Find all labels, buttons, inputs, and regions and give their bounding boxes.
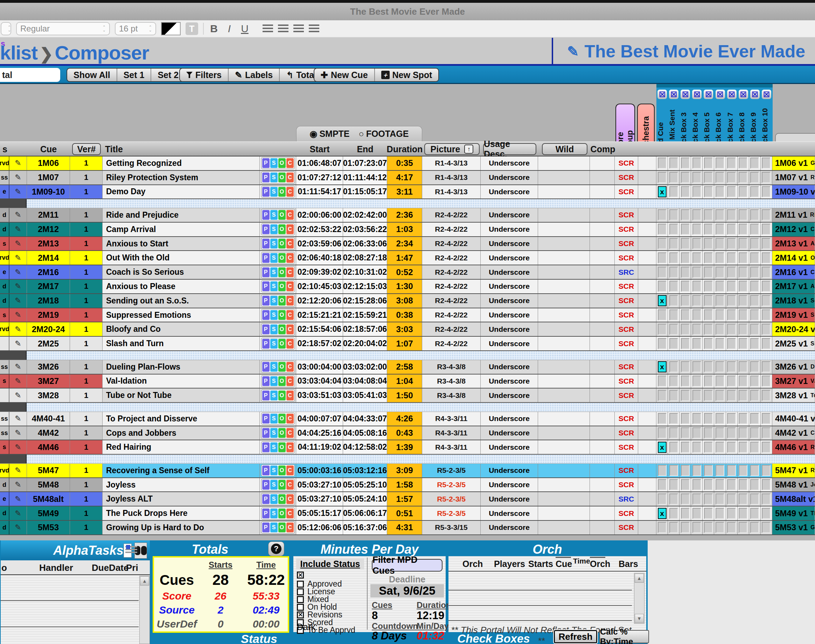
row-checkbox[interactable] [715, 267, 724, 278]
row-checkbox[interactable] [762, 376, 770, 387]
row-checkbox[interactable] [750, 413, 759, 424]
cue-version-cell[interactable]: 5M53 v1G [772, 521, 815, 534]
row-checkbox[interactable] [715, 465, 724, 476]
checkbox-cell[interactable] [703, 251, 714, 265]
cue-cell[interactable]: 5M48 [27, 478, 70, 492]
psoc-s-button[interactable]: S [270, 466, 278, 475]
version-cell[interactable]: 1 [70, 478, 103, 492]
version-cell[interactable]: 1 [70, 237, 103, 251]
row-checkbox[interactable] [658, 479, 666, 490]
checkbox-cell[interactable] [761, 374, 772, 388]
score-group-cell[interactable]: SRC [615, 492, 638, 506]
start-cell[interactable]: 04:11:19:02 [296, 440, 343, 454]
usage-cell[interactable]: Underscore [481, 337, 538, 350]
psoc-o-button[interactable]: O [278, 158, 285, 168]
orchestra-cell[interactable] [638, 308, 656, 322]
col-start[interactable]: Start [296, 142, 343, 157]
picture-cell[interactable]: R2-4-2/22 [422, 208, 481, 222]
row-checkbox[interactable] [762, 158, 770, 169]
row-checkbox[interactable] [762, 413, 770, 424]
checkbox-cell[interactable] [761, 388, 772, 402]
checkbox-cell[interactable] [749, 208, 761, 222]
end-cell[interactable]: 01:15:05:17 [343, 185, 387, 199]
psoc-c-button[interactable]: C [286, 224, 294, 234]
score-group-cell[interactable]: SCR [615, 440, 638, 454]
psoc-o-button[interactable]: O [278, 494, 285, 504]
title-cell[interactable]: Slash and Turn [103, 337, 260, 350]
row-checkbox[interactable] [704, 295, 713, 306]
checkbox-cell[interactable] [714, 426, 726, 440]
row-checkbox[interactable] [727, 508, 736, 519]
version-cell[interactable]: 1 [70, 360, 103, 374]
checkbox-cell[interactable] [703, 478, 714, 492]
psoc-s-button[interactable]: S [270, 267, 278, 277]
version-cell[interactable]: 1 [70, 280, 103, 293]
usage-cell[interactable]: Underscore [481, 388, 538, 402]
checkbox-cell[interactable] [714, 412, 726, 426]
checkbox-cell[interactable] [680, 171, 691, 184]
checkbox-cell[interactable] [714, 478, 726, 492]
cue-version-cell[interactable]: 1M07 v1Ri [772, 171, 815, 184]
underline-button[interactable]: U [239, 23, 250, 35]
wild-cell[interactable] [538, 294, 590, 308]
row-checkbox[interactable] [727, 465, 736, 476]
edit-pencil-icon[interactable]: ✎ [9, 521, 27, 534]
cue-version-cell[interactable]: 3M27 v1Va [772, 374, 815, 388]
checkbox-cell[interactable] [691, 208, 703, 222]
row-checkbox[interactable] [762, 442, 770, 453]
picture-cell[interactable]: R2-4-2/22 [422, 251, 481, 265]
row-checkbox[interactable] [681, 522, 690, 533]
psoc-s-button[interactable]: S [270, 509, 278, 518]
end-cell[interactable]: 05:05:25:10 [343, 478, 387, 492]
comp-cell[interactable] [590, 521, 615, 534]
checkbox-cell[interactable] [691, 337, 703, 350]
row-checkbox[interactable] [692, 361, 701, 373]
start-cell[interactable]: 02:15:54:06 [296, 322, 343, 336]
row-checkbox[interactable] [715, 172, 724, 183]
checkbox-cell[interactable] [668, 308, 680, 322]
checkbox-cell[interactable] [680, 222, 691, 236]
checkbox-cell[interactable] [691, 171, 703, 184]
checkbox-unchecked-icon[interactable] [297, 588, 304, 595]
checkbox-cell[interactable] [668, 464, 680, 477]
checkbox-cell[interactable] [703, 412, 714, 426]
checkbox-cell[interactable] [726, 337, 738, 350]
checkbox-cell[interactable] [726, 440, 738, 454]
psoc-p-button[interactable]: P [262, 480, 270, 490]
edit-pencil-icon[interactable]: ✎ [9, 337, 27, 350]
end-cell[interactable]: 03:04:08:04 [343, 374, 387, 388]
checkbox-cell[interactable] [761, 280, 772, 293]
checkbox-cell[interactable] [738, 156, 749, 170]
checkbox-cell[interactable] [703, 265, 714, 279]
cue-version-cell[interactable]: 2M20-24 v1 [772, 322, 815, 336]
row-checkbox[interactable] [669, 376, 678, 387]
row-checkbox[interactable] [704, 376, 713, 387]
cue-cell[interactable]: 2M14 [27, 251, 70, 265]
row-checkbox[interactable] [715, 442, 724, 453]
version-cell[interactable]: 1 [70, 308, 103, 322]
row-checkbox[interactable] [692, 479, 701, 490]
title-cell[interactable]: Anxious to Start [103, 237, 260, 251]
duration-cell[interactable]: 1:03 [387, 222, 422, 236]
checkbox-cell[interactable] [680, 360, 691, 374]
row-checkbox[interactable] [658, 252, 666, 264]
psoc-p-button[interactable]: P [262, 339, 270, 349]
checkbox-cell[interactable] [761, 337, 772, 350]
checkbox-cell[interactable] [749, 185, 761, 199]
font-style-select[interactable]: Regular ⌃⌄ [16, 22, 110, 35]
psoc-p-button[interactable]: P [262, 173, 270, 182]
psoc-p-button[interactable]: P [262, 267, 270, 277]
psoc-c-button[interactable]: C [286, 391, 294, 400]
row-checkbox[interactable] [762, 281, 770, 292]
row-checkbox[interactable] [692, 238, 701, 249]
score-group-cell[interactable]: SCR [615, 506, 638, 520]
checkbox-cell[interactable] [749, 308, 761, 322]
psoc-p-button[interactable]: P [262, 414, 270, 423]
picture-cell[interactable]: R3-4-3/8 [422, 374, 481, 388]
cue-cell[interactable]: 3M26 [27, 360, 70, 374]
row-checkbox[interactable] [715, 295, 724, 306]
edit-pencil-icon[interactable]: ✎ [9, 412, 27, 426]
row-checkbox[interactable] [750, 267, 759, 278]
checkbox-cell[interactable] [668, 208, 680, 222]
checkbox-cell[interactable] [749, 388, 761, 402]
